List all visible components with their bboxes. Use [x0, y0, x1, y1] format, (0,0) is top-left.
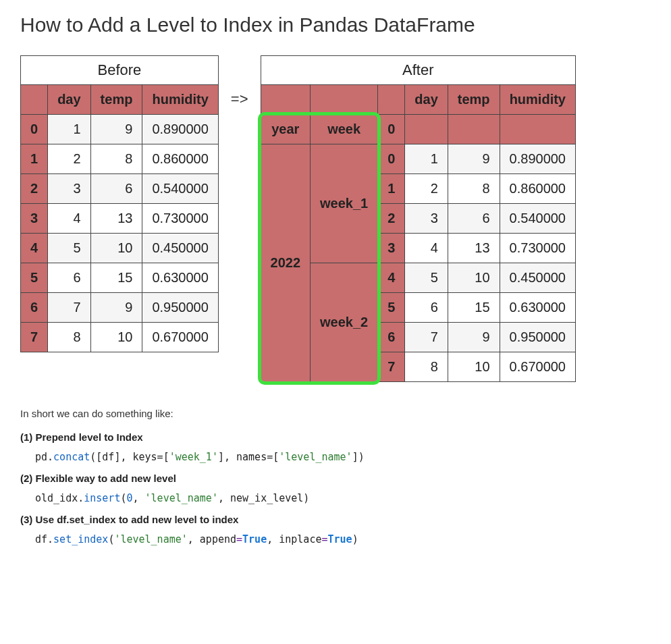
before-row-idx: 2 [21, 174, 48, 204]
before-row-idx: 4 [21, 234, 48, 263]
before-row-idx: 7 [21, 323, 48, 352]
section-2-code: old_idx.insert(0, 'level_name', new_ix_l… [35, 492, 651, 504]
after-blank-cell [448, 115, 500, 144]
after-idx-header-num [378, 85, 405, 115]
before-cell-temp: 15 [90, 263, 142, 293]
before-cell-day: 6 [48, 263, 90, 293]
after-cell-temp: 10 [448, 263, 500, 293]
after-cell-humidity: 0.670000 [500, 352, 575, 382]
section-2-title: (2) Flexible way to add new level [20, 473, 651, 484]
after-cell-temp: 8 [448, 174, 500, 204]
after-cell-humidity: 0.730000 [500, 234, 575, 263]
after-cell-day: 8 [405, 352, 448, 382]
after-row-idx: 1 [378, 174, 405, 204]
after-row-idx: 7 [378, 352, 405, 382]
section-1-title: (1) Prepend level to Index [20, 431, 651, 443]
explain-text: In short we can do something like: [20, 408, 651, 419]
after-cell-day: 3 [405, 204, 448, 234]
after-week2-cell: week_2 [311, 263, 378, 382]
before-caption: Before [21, 56, 219, 85]
after-year-cell: 2022 [261, 144, 311, 382]
before-col-day: day [48, 85, 90, 115]
after-cell-day: 4 [405, 234, 448, 263]
before-cell-humidity: 0.450000 [142, 234, 218, 263]
before-cell-humidity: 0.860000 [142, 144, 218, 174]
after-cell-humidity: 0.540000 [500, 204, 575, 234]
after-row-idx: 5 [378, 293, 405, 323]
after-index-name-year: year [261, 115, 311, 144]
before-cell-day: 7 [48, 293, 90, 323]
after-col-temp: temp [448, 85, 500, 115]
after-blank-cell [500, 115, 575, 144]
after-index-name-week: week [311, 115, 378, 144]
before-cell-temp: 10 [90, 323, 142, 352]
after-cell-temp: 15 [448, 293, 500, 323]
after-row-idx: 4 [378, 263, 405, 293]
before-cell-day: 5 [48, 234, 90, 263]
after-blank-cell [405, 115, 448, 144]
before-cell-temp: 13 [90, 204, 142, 234]
after-col-humidity: humidity [500, 85, 575, 115]
arrow-icon: => [231, 90, 248, 108]
section-1-code: pd.concat([df], keys=['week_1'], names=[… [35, 451, 651, 463]
after-cell-temp: 10 [448, 352, 500, 382]
section-1: (1) Prepend level to Index pd.concat([df… [20, 431, 651, 463]
section-2: (2) Flexible way to add new level old_id… [20, 473, 651, 504]
tables-row: Before day temp humidity 0190.8900001280… [20, 55, 651, 382]
before-row-idx: 1 [21, 144, 48, 174]
before-cell-temp: 10 [90, 234, 142, 263]
before-cell-temp: 8 [90, 144, 142, 174]
before-cell-temp: 9 [90, 293, 142, 323]
before-cell-day: 8 [48, 323, 90, 352]
after-cell-day: 2 [405, 174, 448, 204]
before-cell-humidity: 0.540000 [142, 174, 218, 204]
before-col-humidity: humidity [142, 85, 218, 115]
after-cell-day: 6 [405, 293, 448, 323]
after-caption: After [261, 56, 575, 85]
after-index-name-num: 0 [378, 115, 405, 144]
before-cell-humidity: 0.890000 [142, 115, 218, 144]
after-row-idx: 3 [378, 234, 405, 263]
before-cell-day: 1 [48, 115, 90, 144]
before-cell-humidity: 0.730000 [142, 204, 218, 234]
after-row-idx: 0 [378, 144, 405, 174]
after-cell-humidity: 0.950000 [500, 323, 575, 352]
section-3: (3) Use df.set_index to add new level to… [20, 514, 651, 545]
after-cell-day: 7 [405, 323, 448, 352]
after-week1-cell: week_1 [311, 144, 378, 263]
after-row-idx: 6 [378, 323, 405, 352]
after-col-day: day [405, 85, 448, 115]
before-cell-humidity: 0.630000 [142, 263, 218, 293]
after-cell-temp: 6 [448, 204, 500, 234]
before-cell-temp: 6 [90, 174, 142, 204]
after-cell-humidity: 0.450000 [500, 263, 575, 293]
section-3-code: df.set_index('level_name', append=True, … [35, 533, 651, 545]
before-row-idx: 6 [21, 293, 48, 323]
after-cell-humidity: 0.860000 [500, 174, 575, 204]
after-idx-header-week [311, 85, 378, 115]
before-cell-day: 2 [48, 144, 90, 174]
after-row-idx: 2 [378, 204, 405, 234]
section-3-title: (3) Use df.set_index to add new level to… [20, 514, 651, 525]
after-cell-temp: 9 [448, 144, 500, 174]
page-title: How to Add a Level to Index in Pandas Da… [20, 14, 651, 36]
after-table: After day temp humidity year week 0 2022… [261, 55, 576, 382]
after-cell-humidity: 0.630000 [500, 293, 575, 323]
before-col-temp: temp [90, 85, 142, 115]
after-cell-day: 1 [405, 144, 448, 174]
after-cell-day: 5 [405, 263, 448, 293]
after-cell-humidity: 0.890000 [500, 144, 575, 174]
before-cell-humidity: 0.950000 [142, 293, 218, 323]
before-idx-header [21, 85, 48, 115]
after-cell-temp: 9 [448, 323, 500, 352]
before-row-idx: 3 [21, 204, 48, 234]
before-table: Before day temp humidity 0190.8900001280… [20, 55, 219, 352]
before-cell-temp: 9 [90, 115, 142, 144]
before-cell-humidity: 0.670000 [142, 323, 218, 352]
before-cell-day: 4 [48, 204, 90, 234]
before-cell-day: 3 [48, 174, 90, 204]
after-cell-temp: 13 [448, 234, 500, 263]
before-row-idx: 5 [21, 263, 48, 293]
before-row-idx: 0 [21, 115, 48, 144]
after-idx-header-year [261, 85, 311, 115]
